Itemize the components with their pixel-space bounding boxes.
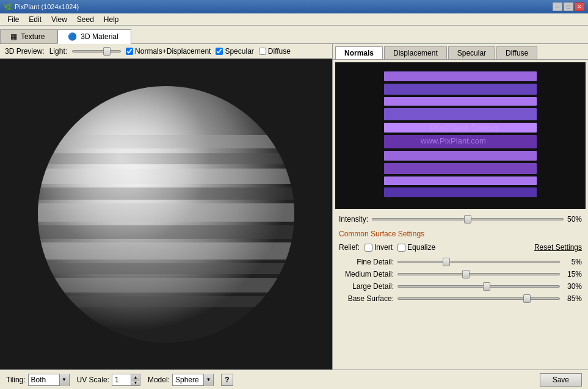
equalize-label: Equalize xyxy=(407,243,435,252)
tab-texture[interactable]: ▦ Texture xyxy=(0,29,57,43)
uv-scale-item: UV Scale: 1 ▲ ▼ xyxy=(77,374,140,386)
common-surface-title: Common Surface Settings xyxy=(339,230,582,238)
specular-checkbox[interactable]: Specular xyxy=(216,47,253,56)
sphere-svg xyxy=(20,74,313,355)
tab-diffuse[interactable]: Diffuse xyxy=(496,46,537,59)
uv-scale-value: 1 xyxy=(112,375,131,385)
tab-specular[interactable]: Specular xyxy=(448,46,495,59)
relief-label: Relief: xyxy=(339,243,360,252)
svg-rect-14 xyxy=(384,71,537,81)
settings-area: Fine Detail: 5% Medium Detail: 15% Large… xyxy=(333,254,588,369)
tiling-value: Both xyxy=(29,375,59,385)
menu-file[interactable]: File xyxy=(2,14,24,25)
diffuse-checkbox[interactable]: Diffuse xyxy=(259,47,291,56)
maximize-button[interactable]: □ xyxy=(564,2,573,11)
uv-scale-spinbox[interactable]: 1 ▲ ▼ xyxy=(112,374,140,386)
intensity-slider[interactable] xyxy=(372,218,564,220)
base-surface-label: Base Surface: xyxy=(339,294,394,303)
normals-texture-svg: PixPlant Demo www.PixPlant.com xyxy=(347,65,573,206)
close-button[interactable]: ✕ xyxy=(575,2,584,11)
title-bar: 🌿 PixPlant (1024x1024) – □ ✕ xyxy=(0,0,588,13)
tiling-dropdown[interactable]: Both ▼ xyxy=(28,374,70,386)
light-label: Light: xyxy=(49,47,67,56)
large-detail-value: 30% xyxy=(564,282,582,291)
svg-rect-17 xyxy=(384,108,537,120)
specular-input[interactable] xyxy=(216,48,223,55)
svg-rect-16 xyxy=(384,97,537,106)
intensity-value: 50% xyxy=(567,215,582,224)
minimize-button[interactable]: – xyxy=(553,2,562,11)
large-detail-row: Large Detail: 30% xyxy=(339,282,582,291)
base-surface-value: 85% xyxy=(564,294,582,303)
svg-rect-20 xyxy=(384,151,537,161)
fine-detail-slider[interactable] xyxy=(397,261,560,263)
tab-displacement[interactable]: Displacement xyxy=(384,46,447,59)
preview-label: 3D Preview: xyxy=(5,47,45,56)
medium-detail-slider[interactable] xyxy=(397,273,560,275)
main-tab-bar: ▦ Texture 🔵 3D Material xyxy=(0,26,588,44)
bottom-bar: Tiling: Both ▼ UV Scale: 1 ▲ ▼ Model: Sp… xyxy=(0,369,588,389)
intensity-label: Intensity: xyxy=(339,215,368,224)
tab-material-label: 3D Material xyxy=(81,32,118,41)
invert-checkbox[interactable]: Invert xyxy=(365,243,393,252)
svg-rect-22 xyxy=(384,176,537,185)
fine-detail-row: Fine Detail: 5% xyxy=(339,258,582,266)
normals-disp-input[interactable] xyxy=(126,48,133,55)
fine-detail-value: 5% xyxy=(564,258,582,266)
model-label: Model: xyxy=(148,376,170,384)
menu-edit[interactable]: Edit xyxy=(24,14,46,25)
right-panel: Normals Displacement Specular Diffuse xyxy=(333,44,588,369)
window-title: PixPlant (1024x1024) xyxy=(15,3,79,10)
help-button[interactable]: ? xyxy=(221,374,233,386)
fine-detail-thumb[interactable] xyxy=(443,258,450,266)
menu-seed[interactable]: Seed xyxy=(72,14,99,25)
svg-point-12 xyxy=(38,86,294,343)
medium-detail-value: 15% xyxy=(564,270,582,278)
app-icon: 🌿 xyxy=(4,3,12,11)
menu-view[interactable]: View xyxy=(46,14,72,25)
normals-disp-label: Normals+Displacement xyxy=(135,47,211,56)
tiling-dropdown-arrow[interactable]: ▼ xyxy=(59,374,69,386)
uv-scale-spinbox-buttons: ▲ ▼ xyxy=(131,374,140,385)
save-button[interactable]: Save xyxy=(540,373,582,387)
model-item: Model: Sphere ▼ xyxy=(148,374,214,386)
reset-settings-link[interactable]: Reset Settings xyxy=(534,243,582,252)
tab-3d-material[interactable]: 🔵 3D Material xyxy=(57,29,131,44)
large-detail-thumb[interactable] xyxy=(483,282,490,291)
intensity-row: Intensity: 50% xyxy=(339,215,582,224)
diffuse-label: Diffuse xyxy=(268,47,291,56)
uv-scale-decrement[interactable]: ▼ xyxy=(131,380,140,385)
model-dropdown-arrow[interactable]: ▼ xyxy=(203,374,213,386)
svg-text:PixPlant Demo: PixPlant Demo xyxy=(430,123,498,133)
light-thumb[interactable] xyxy=(103,47,111,56)
menu-help[interactable]: Help xyxy=(99,14,124,25)
invert-input[interactable] xyxy=(365,244,372,252)
medium-detail-thumb[interactable] xyxy=(462,270,470,278)
main-content: 3D Preview: Light: Normals+Displacement … xyxy=(0,44,588,369)
svg-rect-15 xyxy=(384,84,537,95)
uv-scale-label: UV Scale: xyxy=(77,376,109,384)
large-detail-slider[interactable] xyxy=(397,285,560,288)
normals-displacement-checkbox[interactable]: Normals+Displacement xyxy=(126,47,211,56)
base-surface-row: Base Surface: 85% xyxy=(339,294,582,303)
equalize-checkbox[interactable]: Equalize xyxy=(397,243,435,252)
large-detail-label: Large Detail: xyxy=(339,282,394,291)
light-slider[interactable] xyxy=(72,46,121,56)
base-surface-slider[interactable] xyxy=(397,297,560,300)
specular-label: Specular xyxy=(225,47,253,56)
tab-normals[interactable]: Normals xyxy=(335,46,383,59)
preview-toolbar: 3D Preview: Light: Normals+Displacement … xyxy=(0,44,332,59)
intensity-thumb[interactable] xyxy=(464,215,471,224)
tab-texture-label: Texture xyxy=(21,32,45,41)
equalize-input[interactable] xyxy=(397,244,405,252)
title-bar-left: 🌿 PixPlant (1024x1024) xyxy=(4,3,79,11)
menu-bar: File Edit View Seed Help xyxy=(0,13,588,26)
base-surface-thumb[interactable] xyxy=(523,294,531,303)
sub-tabs: Normals Displacement Specular Diffuse xyxy=(333,44,588,60)
material-icon: 🔵 xyxy=(68,32,77,41)
model-dropdown[interactable]: Sphere ▼ xyxy=(172,374,214,386)
svg-text:www.PixPlant.com: www.PixPlant.com xyxy=(420,136,486,145)
uv-scale-increment[interactable]: ▲ xyxy=(131,374,140,380)
medium-detail-label: Medium Detail: xyxy=(339,270,394,278)
diffuse-input[interactable] xyxy=(259,48,266,55)
